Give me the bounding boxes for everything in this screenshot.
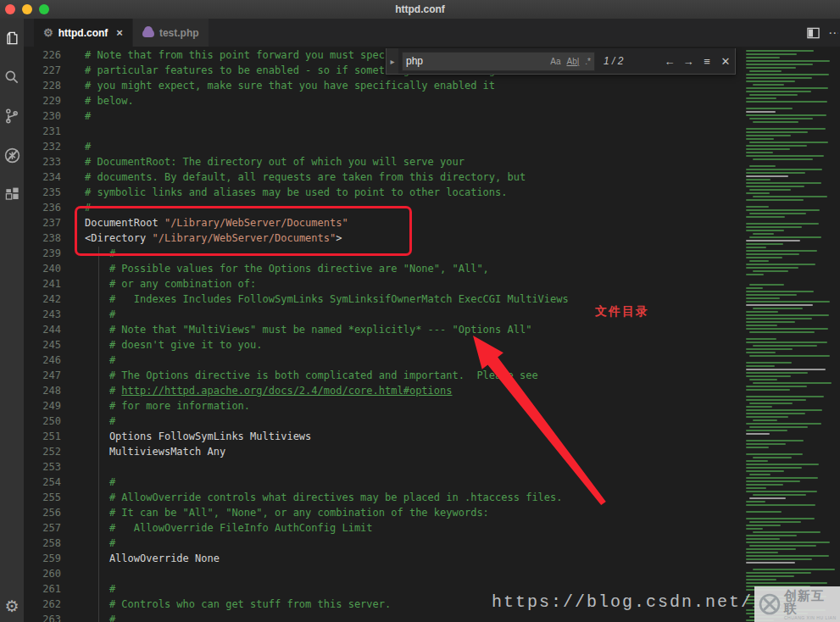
code-text: # doesn't give it to you. (85, 337, 263, 353)
code-line[interactable]: 245 # doesn't give it to you. (24, 337, 739, 353)
line-number: 251 (24, 429, 61, 444)
line-number: 239 (24, 246, 61, 261)
code-line[interactable]: 228# you might expect, make sure that yo… (24, 78, 739, 93)
line-number: 235 (24, 185, 61, 200)
editor[interactable]: 226# Note that from this point forward y… (24, 47, 840, 622)
code-line[interactable]: 243 # (24, 307, 739, 322)
config-file-icon: ⚙ (43, 26, 53, 39)
find-widget: ▸ php Aa Ab| .* 1 / 2 ← → ≡ ✕ (386, 48, 736, 75)
code-text: <Directory "/Library/WebServer/Documents… (85, 230, 342, 246)
code-line[interactable]: 246 # (24, 353, 739, 368)
source-control-icon[interactable] (0, 97, 24, 136)
close-find-icon[interactable]: ✕ (716, 55, 735, 68)
line-number: 241 (24, 276, 61, 292)
code-text: # (85, 612, 115, 622)
line-number: 255 (24, 490, 61, 505)
match-case-icon[interactable]: Aa (550, 57, 560, 66)
code-line[interactable]: 247 # The Options directive is both comp… (24, 368, 739, 383)
split-editor-icon[interactable] (807, 27, 820, 39)
line-number: 236 (24, 200, 61, 215)
code-line[interactable]: 249 # for more information. (24, 398, 739, 414)
line-number: 237 (24, 215, 61, 230)
line-number: 253 (24, 459, 61, 475)
find-input[interactable]: php Aa Ab| .* (402, 52, 595, 71)
line-number: 247 (24, 368, 61, 383)
code-text: # (85, 307, 115, 322)
code-line[interactable]: 252 MultiviewsMatch Any (24, 444, 739, 459)
code-content[interactable]: 226# Note that from this point forward y… (24, 47, 739, 622)
settings-gear-icon[interactable]: ⚙ (0, 593, 24, 619)
code-line[interactable]: 256 # It can be "All", "None", or any co… (24, 505, 739, 520)
debug-icon[interactable] (0, 136, 24, 175)
code-line[interactable]: 229# below. (24, 93, 739, 108)
tab-label: httpd.conf (58, 27, 108, 39)
code-line[interactable]: 234# documents. By default, all requests… (24, 169, 739, 185)
code-line[interactable]: 242 # Indexes Includes FollowSymLinks Sy… (24, 292, 739, 307)
line-number: 230 (24, 108, 61, 124)
code-line[interactable]: 260 (24, 566, 739, 581)
code-line[interactable]: 258 # (24, 536, 739, 551)
find-in-selection-icon[interactable]: ≡ (698, 55, 716, 68)
explorer-icon[interactable] (0, 19, 24, 58)
line-number: 246 (24, 353, 61, 368)
close-tab-icon[interactable]: × (116, 26, 123, 39)
whole-word-icon[interactable]: Ab| (566, 57, 579, 66)
match-count: 1 / 2 (604, 55, 623, 67)
code-line[interactable]: 250 # (24, 414, 739, 429)
vscode-window: httpd.conf (0, 0, 840, 622)
code-text: # The Options directive is both complica… (85, 368, 538, 383)
code-line[interactable]: 230# (24, 108, 739, 124)
code-line[interactable]: 239 # (24, 246, 739, 261)
code-line[interactable]: 237DocumentRoot "/Library/WebServer/Docu… (24, 215, 739, 230)
code-text: DocumentRoot "/Library/WebServer/Documen… (85, 215, 348, 230)
code-line[interactable]: 263 # (24, 612, 739, 622)
code-line[interactable]: 257 # AllowOverride FileInfo AuthConfig … (24, 520, 739, 536)
line-number: 245 (24, 337, 61, 353)
line-number: 258 (24, 536, 61, 551)
more-actions-icon[interactable]: ⋯ (828, 25, 838, 41)
editor-actions: ⋯ (807, 19, 840, 47)
line-number: 229 (24, 93, 61, 108)
logo-subtext: CHUANG XIN HU LIAN (784, 616, 837, 620)
code-text: # Note that "MultiViews" must be named *… (85, 322, 531, 337)
code-line[interactable]: 253 (24, 459, 739, 475)
code-text: # It can be "All", "None", or any combin… (85, 505, 489, 520)
code-text: # (85, 353, 115, 368)
code-text: # Controls who can get stuff from this s… (85, 597, 391, 612)
code-line[interactable]: 259 AllowOverride None (24, 551, 739, 566)
code-line[interactable]: 244 # Note that "MultiViews" must be nam… (24, 322, 739, 337)
code-line[interactable]: 233# DocumentRoot: The directory out of … (24, 154, 739, 169)
code-line[interactable]: 232# (24, 139, 739, 154)
previous-match-icon[interactable]: ← (660, 55, 679, 68)
code-text: # (85, 139, 91, 154)
line-number: 261 (24, 581, 61, 597)
code-line[interactable]: 238<Directory "/Library/WebServer/Docume… (24, 230, 739, 246)
toggle-replace-icon[interactable]: ▸ (387, 48, 398, 74)
code-text: # for more information. (85, 398, 250, 414)
tab-test-php[interactable]: test.php (132, 19, 209, 47)
find-query[interactable]: php (406, 55, 544, 67)
minimap[interactable] (744, 47, 840, 622)
code-line[interactable]: 240 # Possible values for the Options di… (24, 261, 739, 276)
next-match-icon[interactable]: → (679, 55, 698, 68)
code-line[interactable]: 241 # or any combination of: (24, 276, 739, 292)
tab-httpd-conf[interactable]: ⚙ httpd.conf × (34, 19, 132, 47)
regex-icon[interactable]: .* (585, 57, 591, 66)
code-line[interactable]: 231 (24, 124, 739, 139)
code-line[interactable]: 251 Options FollowSymLinks Multiviews (24, 429, 739, 444)
code-line[interactable]: 235# symbolic links and aliases may be u… (24, 185, 739, 200)
code-line[interactable]: 236# (24, 200, 739, 215)
code-line[interactable]: 254 # (24, 475, 739, 490)
line-number: 249 (24, 398, 61, 414)
line-number: 240 (24, 261, 61, 276)
line-number: 252 (24, 444, 61, 459)
code-line[interactable]: 248 # http://httpd.apache.org/docs/2.4/m… (24, 383, 739, 398)
search-icon[interactable] (0, 58, 24, 97)
line-number: 248 (24, 383, 61, 398)
code-text: # (85, 246, 115, 261)
code-text: # symbolic links and aliases may be used… (85, 185, 508, 200)
line-number: 234 (24, 169, 61, 185)
extensions-icon[interactable] (0, 175, 24, 214)
code-line[interactable]: 255 # AllowOverride controls what direct… (24, 490, 739, 505)
line-number: 259 (24, 551, 61, 566)
